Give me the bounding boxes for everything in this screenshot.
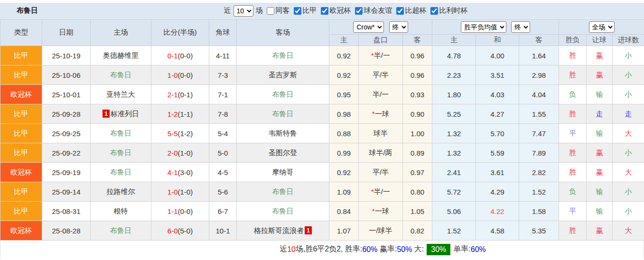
team-name-link[interactable]: 格拉斯哥流浪者 [254,226,304,234]
away-team-cell: 韦斯特鲁 [237,124,329,143]
match-date: 25-10-01 [42,85,91,104]
match-stats-page: 布鲁日 近 10 场 同客 比甲欧冠杯球会友谊比超杯比利时杯 类型 日期 主场 … [0,0,644,260]
filter-bar: 布鲁日 近 10 场 同客 比甲欧冠杯球会友谊比超杯比利时杯 [0,3,644,19]
team-name-link[interactable]: 布鲁日 [110,71,131,79]
team-name-link[interactable]: 布鲁日 [272,51,294,59]
mean-draw-cell: 5.70 [476,124,519,143]
mean-draw-cell: 4.03 [476,85,519,104]
handicap-cell: 平/半 [359,65,403,85]
corners-cell: 5-4 [209,124,237,143]
col-header-score: 比分(半场) [151,19,209,46]
odds-home-cell: 0.88 [329,124,359,143]
home-team-cell: 布鲁日 [91,124,151,143]
team-name-link[interactable]: 圣图尔登 [269,149,297,157]
corners-cell: 7-8 [209,104,237,124]
match-date: 25-10-06 [42,65,91,85]
corners-cell: 7-1 [209,85,237,104]
league-badge: 比甲 [0,182,42,202]
red-card-badge: 1 [305,226,312,234]
col-header-date: 日期 [42,19,91,46]
mean-away-cell: 7.47 [519,124,559,143]
team-name-link[interactable]: 韦斯特鲁 [269,129,297,137]
team-name-link[interactable]: 布鲁日 [110,129,131,137]
home-team-cell: 布鲁日 [91,163,151,182]
half-time-score: (1-0) [178,188,193,196]
team-name-link[interactable]: 布鲁日 [272,110,294,118]
sub-header-mean-away: 客 [519,35,559,46]
half-time-score: (0-0) [178,52,193,60]
match-date: 25-09-14 [42,182,91,202]
team-name-link[interactable]: 布鲁日 [110,226,131,234]
summary-segment: 大: [412,244,424,254]
handicap-cell: *半/一 [359,46,403,65]
team-name-link[interactable]: 标准列日 [111,110,139,118]
summary-segment: 近 [280,244,287,254]
summary-segment: 场,胜6平2负2, 胜率: [296,244,362,254]
matches-label: 场 [256,6,263,15]
mean-draw-cell: 3.51 [476,65,519,85]
mean-away-cell: 2.98 [519,65,559,85]
mean-away-cell: 7.89 [519,143,559,163]
league-checkbox-4[interactable] [430,7,438,15]
team-name-link[interactable]: 布鲁日 [110,168,131,176]
same-opponent-label: 同客 [276,6,290,15]
match-date: 25-09-19 [42,163,91,182]
team-name-link[interactable]: 根特 [114,207,128,215]
score-cell: 1-0(1-0) [151,182,209,202]
half-time-score: (3-0) [178,168,193,176]
team-name-link[interactable]: 布鲁日 [272,207,294,215]
match-row: 比甲25-08-31根特1-1(0-0)6-7布鲁日0.84*一球1.055.0… [0,202,644,221]
team-name-link[interactable]: 布鲁日 [272,187,294,195]
away-team-cell: 圣图尔登 [237,143,329,163]
full-time-score: 5-5 [168,130,178,138]
summary-segment: 50% [397,245,412,254]
goals-result-cell: 走 [613,104,644,124]
team-name-link[interactable]: 拉路维尔 [107,187,135,195]
mean-home-cell: 1.32 [432,143,476,163]
result-cell: 胜 [559,104,587,124]
result-cell: 胜 [559,163,587,182]
team-name-link[interactable]: 摩纳哥 [272,168,294,176]
match-date: 25-10-19 [42,46,91,65]
league-checkbox-1[interactable] [321,7,328,15]
full-time-score: 2-0 [168,149,178,157]
filter-controls: 近 10 场 同客 比甲欧冠杯球会友谊比超杯比利时杯 [43,5,644,17]
team-name-link[interactable]: 圣吉罗斯 [269,71,297,79]
handicap-result-cell: 输 [587,85,613,104]
summary-segment: 单率: [453,244,470,254]
team-name-link[interactable]: 亚特兰大 [107,90,135,98]
mean-time-select[interactable]: 终 [511,21,530,33]
match-count-select[interactable]: 10 [233,5,253,17]
away-team-cell: 布鲁日 [237,104,329,124]
col-header-home: 主场 [91,19,151,46]
same-opponent-checkbox[interactable] [267,7,274,15]
league-checkbox-2[interactable] [355,7,363,15]
away-team-cell: 布鲁日 [237,182,329,202]
corners-cell: 6-7 [209,202,237,221]
league-checkbox-0[interactable] [294,7,301,15]
team-name-link[interactable]: 奥德赫维里 [103,51,139,59]
mean-draw-cell: 4.58 [476,221,519,241]
corners-cell: 4-11 [209,46,237,65]
odds-group-header: Crow* 终 [329,19,432,35]
handicap-result-cell: 赢 [587,46,613,65]
sub-header-odds-away: 客 [403,35,432,46]
handicap-result-cell: 输 [587,202,613,221]
odds-time-select[interactable]: 终 [389,21,408,33]
col-header-away: 客场 [237,19,329,46]
odds-away-cell: 0.89 [403,143,432,163]
score-cell: 2-1(0-1) [151,85,209,104]
handicap-cell: *一球 [359,104,403,124]
team-name-link[interactable]: 布鲁日 [272,90,294,98]
odds-company-select[interactable]: Crow* [353,21,384,33]
team-name-link[interactable]: 布鲁日 [110,149,131,157]
league-checkbox-3[interactable] [396,7,404,15]
result-cell: 胜 [559,143,587,163]
half-time-score: (5-0) [178,227,193,235]
odds-home-cell: 0.99 [329,143,359,163]
mean-type-select[interactable]: 胜平负均值 [461,21,506,33]
page-title: 布鲁日 [17,6,38,15]
scope-select[interactable]: 全场 [589,21,615,33]
league-badge: 比甲 [0,143,42,163]
col-header-type: 类型 [0,19,42,46]
